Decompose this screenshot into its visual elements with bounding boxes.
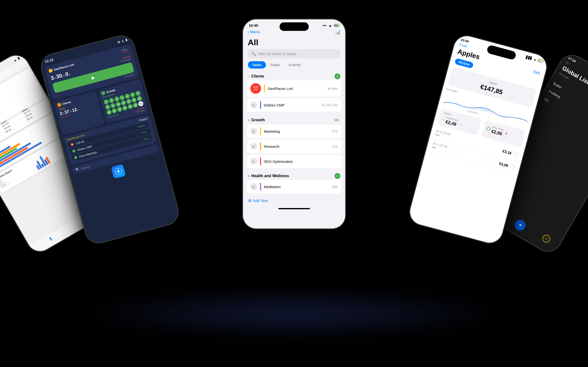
tab-activity[interactable]: Activity bbox=[284, 61, 305, 69]
green-folder-icon bbox=[101, 91, 105, 95]
chart-icon[interactable]: 📊 bbox=[335, 29, 340, 35]
play-btn-meditation[interactable]: ▶ bbox=[250, 183, 257, 190]
safari-icon[interactable] bbox=[111, 164, 126, 179]
stop-icon: ■ bbox=[71, 143, 73, 146]
project-label: Project bbox=[139, 117, 148, 122]
green-dot-icon-2 bbox=[74, 156, 78, 159]
cal-day: 13 bbox=[131, 97, 137, 103]
task-color-blue bbox=[260, 101, 261, 109]
add-task-btn[interactable]: ⊕ Add Task bbox=[243, 195, 345, 206]
health-check: ✓ bbox=[335, 173, 340, 179]
market-label: Marke... bbox=[137, 123, 147, 128]
task-research[interactable]: ▶ Research 11m bbox=[247, 140, 341, 153]
play-btn-marketing[interactable]: ▶ bbox=[250, 128, 257, 135]
cal-day: 7 bbox=[135, 90, 141, 96]
wifi-icon-p2: ▲ bbox=[121, 39, 125, 43]
green-dot-icon bbox=[72, 149, 76, 153]
item-3-name: Co bbox=[544, 97, 550, 103]
health-section-title: Health and Wellness bbox=[251, 174, 289, 178]
tasks-list: ▪ Clients ✓ 0:39:03 GeoPlaces Lmt 3h 30m bbox=[243, 71, 345, 195]
growth-section-title: Growth bbox=[251, 118, 265, 122]
search-placeholder: Search bbox=[80, 165, 90, 170]
cal-day: 9 bbox=[110, 103, 116, 108]
menu-label: Menu bbox=[250, 30, 260, 34]
add-task-label: Add Task bbox=[253, 199, 268, 203]
clients-section-header: ▪ Clients ✓ bbox=[247, 71, 341, 80]
scene: 20:36 ▲ ▮ ‹ Create Report PDF Report bbox=[0, 0, 588, 367]
task-globex[interactable]: ▶ Globex CMP 2h 37m 12s bbox=[247, 98, 341, 112]
tab-info-btn[interactable]: ⓘ bbox=[541, 233, 552, 244]
yellow-folder-icon bbox=[48, 69, 53, 73]
play-btn-globex[interactable]: ▶ bbox=[250, 102, 257, 108]
cal-day: 12 bbox=[126, 98, 132, 104]
phone3-title: All bbox=[243, 37, 345, 49]
task-geoplaces[interactable]: 0:39:03 GeoPlaces Lmt 3h 30m bbox=[247, 80, 341, 97]
circle-icon bbox=[486, 126, 491, 131]
cal-day: 1 bbox=[103, 99, 109, 105]
task-time-geoplaces: 3h 30m bbox=[327, 87, 338, 90]
location-icon: ◎ bbox=[117, 40, 120, 44]
task-meditation[interactable]: ▶ Meditation 32m bbox=[247, 180, 341, 193]
task-name-seo: SEO Optimization bbox=[264, 159, 335, 164]
play-icon-research: ▶ bbox=[253, 145, 255, 148]
health-section-header: ▪ Health and Wellness ✓ bbox=[247, 171, 341, 180]
task-time-research: 11m bbox=[332, 145, 338, 148]
play-btn-research[interactable]: ▶ bbox=[250, 143, 257, 150]
dots-icon: ••• bbox=[323, 23, 326, 27]
wifi-icon-p3: ▲ bbox=[328, 23, 332, 27]
task-color-yellow-2 bbox=[260, 127, 261, 135]
search-bar-p3[interactable]: 🔍 Filter by Name or Notes bbox=[248, 49, 340, 58]
dots-icon-1[interactable]: ••• bbox=[435, 132, 440, 138]
clients-check: ✓ bbox=[335, 73, 340, 79]
dots-icon-2[interactable]: ••• bbox=[432, 145, 437, 150]
play-icon-globex: ▶ bbox=[253, 104, 255, 106]
cal-day: 14 bbox=[136, 96, 142, 101]
phone-3: 10:45 ••• ▲ ‹ Menu bbox=[243, 19, 345, 228]
clients-folder-icon: ▪ bbox=[248, 74, 249, 79]
tab-star-btn[interactable]: ✦ bbox=[513, 218, 527, 233]
health-folder-icon: ▪ bbox=[248, 174, 249, 179]
red-dot-icon: ■ bbox=[70, 143, 74, 146]
home-indicator bbox=[278, 208, 310, 209]
tab-goals[interactable]: Goals bbox=[266, 61, 284, 69]
cal-day: 20 bbox=[132, 102, 138, 108]
back-nav[interactable]: ‹ Menu bbox=[248, 30, 260, 34]
cal-day: 10 bbox=[115, 101, 121, 107]
time-hours: 3 bbox=[50, 75, 55, 81]
play-icon-seo: ▶ bbox=[253, 160, 255, 163]
wifi-icon: ▲ bbox=[13, 58, 17, 62]
signal-icon-p4: ▋▋▋ bbox=[525, 55, 533, 61]
edit-btn[interactable]: Edit bbox=[533, 70, 540, 76]
task-timer-btn[interactable]: 0:39:03 bbox=[250, 83, 261, 94]
check-icon-2: ○ bbox=[512, 166, 513, 168]
svg-text:27/04/2024: 27/04/2024 bbox=[467, 109, 479, 115]
task-color-purple bbox=[260, 183, 261, 191]
task-time-meditation: 32m bbox=[332, 185, 338, 189]
phone3-time: 10:45 bbox=[249, 23, 258, 27]
task-name-research: Research bbox=[264, 144, 329, 149]
task-marketing[interactable]: ▶ Marketing 37m bbox=[247, 124, 341, 138]
circle-btn-2[interactable]: ○ bbox=[509, 164, 515, 170]
client-time-h: 2 bbox=[59, 111, 63, 116]
search-icon-p3: 🔍 bbox=[251, 52, 256, 56]
share-icon[interactable]: ⬆ bbox=[48, 235, 54, 242]
play-icon: ▶ bbox=[91, 75, 96, 80]
tab-tasks[interactable]: Tasks bbox=[248, 61, 266, 69]
play-btn-seo[interactable]: ▶ bbox=[250, 158, 257, 165]
circle-btn-1[interactable]: ○ bbox=[513, 151, 519, 157]
task-time-marketing: 37m bbox=[332, 130, 338, 133]
task-name-meditation: Meditation bbox=[264, 185, 329, 189]
growth-percent-badge: 80% bbox=[334, 117, 340, 123]
clients-label: Clients bbox=[62, 100, 72, 105]
chevron-left-p3: ‹ bbox=[248, 30, 249, 34]
task-seo[interactable]: ▶ SEO Optimization bbox=[247, 155, 341, 168]
tab-star-icon: ✦ bbox=[517, 222, 523, 228]
cal-day: 2 bbox=[109, 97, 114, 103]
shadow bbox=[75, 289, 513, 338]
cal-day: 4 bbox=[119, 95, 125, 100]
phone3-screen: 10:45 ••• ▲ ‹ Menu bbox=[243, 19, 345, 228]
proj-label-2: Proj... bbox=[144, 136, 150, 140]
task-name-globex: Globex CMP bbox=[264, 103, 318, 107]
svg-marker-8 bbox=[117, 169, 120, 173]
cal-day: 18 bbox=[122, 105, 128, 111]
